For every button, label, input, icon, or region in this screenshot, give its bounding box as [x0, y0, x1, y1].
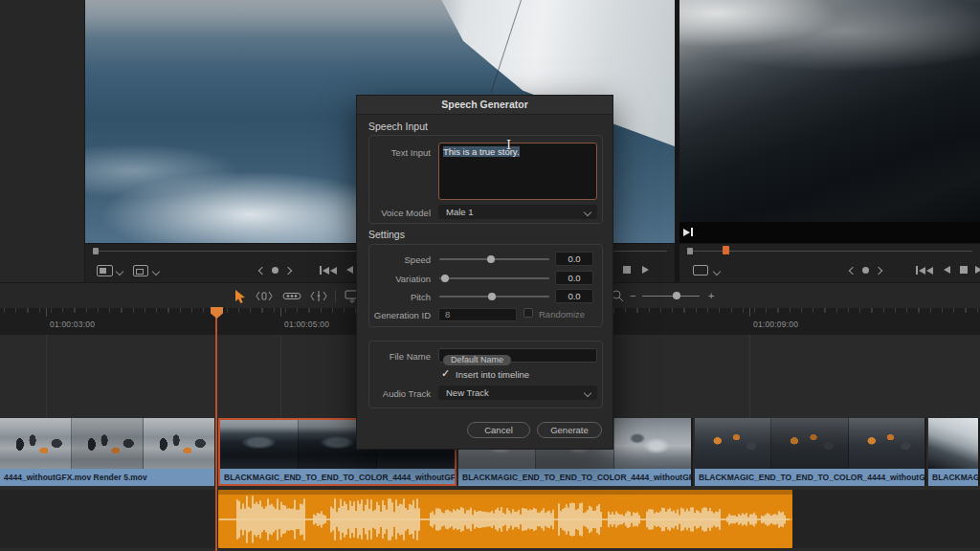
- timeline-gridline: [280, 335, 281, 418]
- chevron-down-icon[interactable]: [116, 268, 123, 276]
- chevron-down-icon[interactable]: [713, 268, 721, 276]
- clip-label: 4444_withoutGFX.mov Render 5.mov: [0, 469, 214, 486]
- speech-input-group: Text Input This is a true story. Voice M…: [368, 135, 603, 224]
- clip-label: BLACKMAGIC_EN: [928, 469, 978, 486]
- insert-clip-button[interactable]: [308, 289, 329, 307]
- ruler-major-tick: [280, 308, 281, 317]
- stop-button[interactable]: [623, 266, 631, 274]
- insert-into-timeline-label: Insert into timeline: [456, 369, 529, 380]
- ruler-timecode: 01:00:03:00: [50, 320, 95, 329]
- clip-thumbnail: [771, 418, 848, 469]
- speed-value[interactable]: 0.0: [555, 252, 593, 266]
- text-input-label: Text Input: [369, 147, 431, 158]
- timeline-viewer-video: [679, 0, 980, 222]
- randomize-checkbox[interactable]: [523, 308, 533, 318]
- generate-button[interactable]: Generate: [537, 422, 602, 438]
- jog-right-icon: [875, 266, 882, 274]
- selection-tool-button[interactable]: [234, 289, 246, 308]
- pitch-value[interactable]: 0.0: [555, 289, 593, 303]
- playhead-marker[interactable]: [211, 307, 223, 319]
- speech-generator-dialog: Speech Generator Speech Input Text Input…: [356, 95, 613, 450]
- playhead-line: [215, 318, 217, 551]
- chevron-down-icon: [584, 209, 591, 216]
- trim-edit-mode-button[interactable]: [253, 289, 276, 307]
- insert-into-timeline-checkbox[interactable]: ✓: [440, 369, 450, 379]
- dialog-title: Speech Generator: [357, 96, 612, 115]
- first-frame-button[interactable]: [916, 266, 933, 275]
- voice-model-select[interactable]: Male 1: [438, 205, 597, 219]
- sizing-mode-icon[interactable]: [693, 265, 708, 276]
- voice-model-label: Voice Model: [369, 208, 431, 218]
- output-group: File Name Default Name ✓ Insert into tim…: [368, 341, 603, 408]
- variation-label: Variation: [369, 274, 431, 284]
- razor-edit-button[interactable]: [281, 289, 302, 307]
- file-name-value: Default Name: [443, 355, 511, 365]
- timeline-viewer: [679, 0, 980, 282]
- zoom-slider-knob[interactable]: [673, 292, 680, 299]
- viewer-scrub-bar[interactable]: [687, 251, 972, 252]
- settings-group: Speed 0.0 Variation 0.0 Pitch 0.0 Genera…: [368, 244, 603, 327]
- clip-media-icon[interactable]: [133, 265, 148, 276]
- ruler-timecode: 01:00:09:00: [753, 320, 798, 329]
- timeline-gridline: [46, 335, 47, 418]
- timeline-clip[interactable]: BLACKMAGIC_EN: [928, 418, 980, 486]
- audio-track-select[interactable]: New Track: [438, 386, 597, 400]
- voice-model-value: Male 1: [446, 207, 474, 217]
- file-name-label: File Name: [369, 351, 431, 362]
- variation-slider[interactable]: [439, 277, 549, 279]
- scrub-position-marker[interactable]: [687, 248, 693, 254]
- text-input-textarea[interactable]: This is a true story.: [438, 143, 597, 200]
- clip-thumbnail: [72, 418, 144, 469]
- timeline-viewer-controls: [679, 243, 980, 282]
- generation-id-label: Generation ID: [369, 310, 431, 320]
- clip-label: BLACKMAGIC_END_TO_END_TO_COLOR_4444_with…: [220, 469, 455, 486]
- last-frame-icon: [683, 228, 693, 236]
- play-forward-button[interactable]: [975, 266, 980, 274]
- viewer-mode-icon[interactable]: [97, 265, 113, 276]
- cancel-button[interactable]: Cancel: [467, 422, 530, 438]
- file-name-input[interactable]: Default Name: [438, 348, 597, 363]
- scrub-position-marker[interactable]: [93, 248, 99, 254]
- jog-control[interactable]: [259, 267, 291, 274]
- play-forward-button[interactable]: [642, 266, 649, 274]
- jog-control[interactable]: [850, 267, 881, 274]
- clip-label: BLACKMAGIC_END_TO_END_TO_COLOR_4444_with…: [458, 469, 691, 486]
- playhead-scrub-marker[interactable]: [723, 246, 729, 254]
- jog-left-icon: [258, 266, 266, 274]
- variation-value[interactable]: 0.0: [555, 271, 593, 285]
- zoom-slider[interactable]: [642, 296, 700, 297]
- clip-thumbnail: [849, 418, 924, 469]
- speed-slider[interactable]: [439, 258, 549, 260]
- audio-track-value: New Track: [446, 387, 489, 398]
- pitch-label: Pitch: [369, 292, 431, 302]
- timeline-clip[interactable]: BLACKMAGIC_END_TO_END_TO_COLOR_4444_with…: [695, 418, 926, 486]
- ruler-major-tick: [46, 308, 47, 317]
- jog-left-icon: [849, 266, 857, 274]
- viewer-letterbox: [679, 222, 980, 244]
- clip-thumbnail: [928, 418, 978, 469]
- audio-clip[interactable]: [218, 490, 792, 548]
- generation-id-input[interactable]: 8: [438, 308, 517, 321]
- variation-slider-knob[interactable]: [441, 275, 449, 282]
- chevron-down-icon[interactable]: [152, 268, 160, 276]
- stop-button[interactable]: [960, 266, 968, 274]
- pitch-slider[interactable]: [439, 296, 549, 298]
- checkmark-icon: ✓: [441, 367, 450, 380]
- timeline-clip[interactable]: 4444_withoutGFX.mov Render 5.mov: [0, 418, 216, 486]
- jog-right-icon: [284, 266, 292, 274]
- ruler-major-tick: [749, 308, 750, 317]
- randomize-label: Randomize: [539, 309, 585, 320]
- speed-slider-knob[interactable]: [487, 255, 495, 263]
- pitch-slider-knob[interactable]: [488, 293, 496, 300]
- zoom-out-button[interactable]: −: [630, 289, 635, 302]
- first-frame-button[interactable]: [320, 266, 337, 275]
- clip-thumbnail: [0, 418, 72, 469]
- jog-dot-icon: [862, 267, 869, 274]
- audio-track-label: Audio Track: [369, 388, 431, 399]
- zoom-in-button[interactable]: +: [708, 289, 714, 302]
- play-reverse-button[interactable]: [346, 266, 353, 274]
- left-panel-rail: [0, 0, 85, 282]
- davinci-resolve-window: − + 01:00:03:0001:00:05:0001:00:09:00 44…: [0, 0, 980, 551]
- play-reverse-button[interactable]: [944, 266, 950, 274]
- clip-thumbnail: [220, 420, 299, 469]
